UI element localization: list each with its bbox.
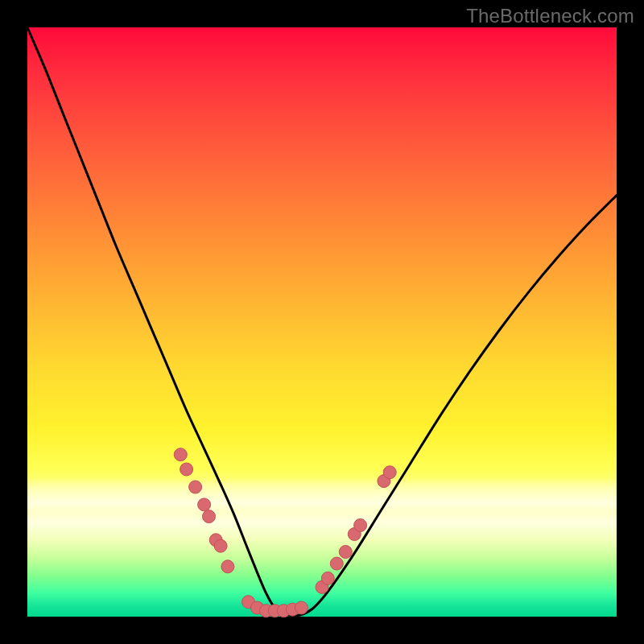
curve-marker	[221, 560, 234, 573]
curve-marker	[203, 510, 216, 523]
curve-marker	[354, 519, 367, 532]
chart-svg	[27, 27, 617, 617]
curve-marker	[174, 448, 187, 461]
curve-marker	[198, 498, 211, 511]
curve-marker	[321, 572, 334, 584]
curve-marker	[339, 546, 352, 559]
curve-markers	[174, 448, 396, 617]
curve-marker	[214, 539, 227, 552]
chart-frame: TheBottleneck.com	[0, 0, 644, 644]
watermark-text: TheBottleneck.com	[466, 5, 634, 27]
curve-marker	[295, 601, 308, 614]
curve-marker	[383, 466, 396, 479]
curve-marker	[189, 481, 202, 493]
bottleneck-curve	[27, 27, 617, 616]
curve-marker	[180, 463, 193, 476]
curve-marker	[330, 557, 343, 570]
